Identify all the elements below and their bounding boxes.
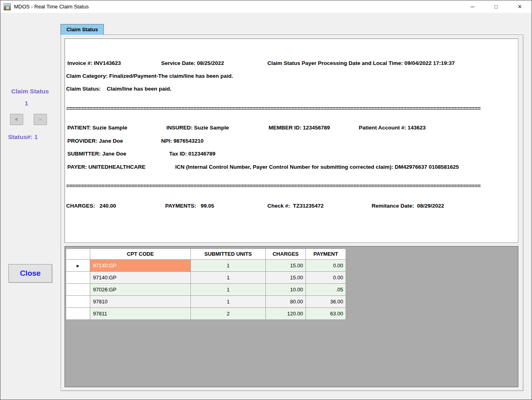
next-claim-button[interactable]: > [34, 114, 47, 125]
window-title: MDOS - Real Time Claim Status [14, 0, 89, 13]
units-cell[interactable]: 2 [191, 308, 266, 320]
insured-text: INSURED: Suzie Sample [166, 125, 229, 131]
icn-text: ICN (Internal Control Number, Payer Cont… [175, 164, 459, 170]
table-row: 97140:GP 1 15.00 0.00 [66, 272, 346, 284]
patient-text: PATIENT: Suzie Sample [67, 125, 127, 131]
current-row-icon: ► [76, 263, 80, 268]
claim-status-nav-label: Claim Status [0, 88, 60, 95]
cpt-cell[interactable]: 97140:GP [90, 260, 191, 272]
submitter-text: SUBMITTER: Jane Doe [67, 151, 126, 157]
grid-panel: CPT CODE SUBMITTED UNITS CHARGES PAYMENT… [65, 246, 518, 387]
col-header-charges[interactable]: CHARGES [266, 249, 306, 260]
title-bar[interactable]: MDOS - Real Time Claim Status ─ □ × [0, 0, 532, 13]
claim-category-text: Claim Category: Finalized/Payment-The cl… [66, 73, 233, 79]
separator-line: ========================================… [66, 183, 516, 189]
claim-status-tab-page: Invoice #: INV143623 Service Date: 08/25… [61, 34, 523, 391]
cpt-cell[interactable]: 97026:GP [90, 284, 191, 296]
payment-cell[interactable]: 36.00 [306, 296, 346, 308]
payment-cell[interactable]: 0.00 [306, 260, 346, 272]
cpt-cell[interactable]: 97811 [90, 308, 191, 320]
payments-text: PAYMENTS: 99.05 [165, 203, 214, 209]
minimize-icon: ─ [471, 4, 474, 10]
processing-datetime-text: Claim Status Payer Processing Date and L… [267, 60, 455, 66]
npi-text: NPI: 9876543210 [161, 138, 204, 144]
row-selector-cell[interactable]: ► [66, 260, 90, 272]
table-row: 97811 2 120.00 63.00 [66, 308, 346, 320]
col-header-submitted-units[interactable]: SUBMITTED UNITS [191, 249, 266, 260]
charges-cell[interactable]: 10.00 [266, 284, 306, 296]
grid-header-row: CPT CODE SUBMITTED UNITS CHARGES PAYMENT [66, 249, 346, 260]
check-number-text: Check #: TZ31235472 [267, 203, 324, 209]
units-cell[interactable]: 1 [191, 296, 266, 308]
charges-cell[interactable]: 15.00 [266, 260, 306, 272]
col-header-cpt-code[interactable]: CPT CODE [90, 249, 191, 260]
row-selector-header[interactable] [66, 249, 90, 260]
cpt-grid: CPT CODE SUBMITTED UNITS CHARGES PAYMENT… [66, 248, 346, 320]
service-date-text: Service Date: 08/25/2022 [161, 60, 224, 66]
units-cell[interactable]: 1 [191, 272, 266, 284]
close-button[interactable]: Close [8, 264, 52, 283]
member-id-text: MEMBER ID: 123456789 [269, 125, 330, 131]
charges-cell[interactable]: 80.00 [266, 296, 306, 308]
payment-cell[interactable]: 0.00 [306, 272, 346, 284]
row-selector-cell[interactable] [66, 308, 90, 320]
cpt-cell[interactable]: 97140:GP [90, 272, 191, 284]
claim-info-panel[interactable]: Invoice #: INV143623 Service Date: 08/25… [65, 38, 518, 243]
app-icon [4, 3, 11, 10]
previous-claim-button[interactable]: < [10, 114, 23, 125]
cpt-cell[interactable]: 97810 [90, 296, 191, 308]
status-number-label: Status#: 1 [8, 133, 38, 141]
provider-text: PROVIDER: Jane Doe [67, 138, 123, 144]
row-selector-cell[interactable] [66, 296, 90, 308]
charges-text: CHARGES: 240.00 [66, 203, 116, 209]
close-window-button[interactable]: × [511, 0, 529, 13]
tab-claim-status[interactable]: Claim Status [61, 24, 104, 35]
charges-cell[interactable]: 120.00 [266, 308, 306, 320]
payment-cell[interactable]: .05 [306, 284, 346, 296]
table-row: ► 97140:GP 1 15.00 0.00 [66, 260, 346, 272]
units-cell[interactable]: 1 [191, 284, 266, 296]
table-row: 97810 1 80.00 36.00 [66, 296, 346, 308]
payment-cell[interactable]: 63.00 [306, 308, 346, 320]
units-cell[interactable]: 1 [191, 260, 266, 272]
app-window: MDOS - Real Time Claim Status ─ □ × Clai… [0, 0, 532, 400]
payer-text: PAYER: UNITEDHEALTHCARE [67, 164, 146, 170]
tax-id-text: Tax ID: 012346789 [169, 151, 215, 157]
maximize-icon: □ [495, 4, 498, 10]
minimize-button[interactable]: ─ [463, 0, 481, 13]
patient-account-text: Patient Account #: 143623 [359, 125, 426, 131]
maximize-button[interactable]: □ [487, 0, 505, 13]
col-header-payment[interactable]: PAYMENT [306, 249, 346, 260]
separator-line: ========================================… [66, 105, 516, 111]
invoice-number-text: Invoice #: INV143623 [67, 60, 121, 66]
claim-status-text: Claim Status: Claim/line has been paid. [66, 86, 172, 92]
row-selector-cell[interactable] [66, 284, 90, 296]
row-selector-cell[interactable] [66, 272, 90, 284]
close-icon: × [518, 3, 522, 11]
claim-number-value: 1 [0, 100, 53, 107]
remittance-date-text: Remitance Date: 08/29/2022 [372, 203, 444, 209]
table-row: 97026:GP 1 10.00 .05 [66, 284, 346, 296]
charges-cell[interactable]: 15.00 [266, 272, 306, 284]
